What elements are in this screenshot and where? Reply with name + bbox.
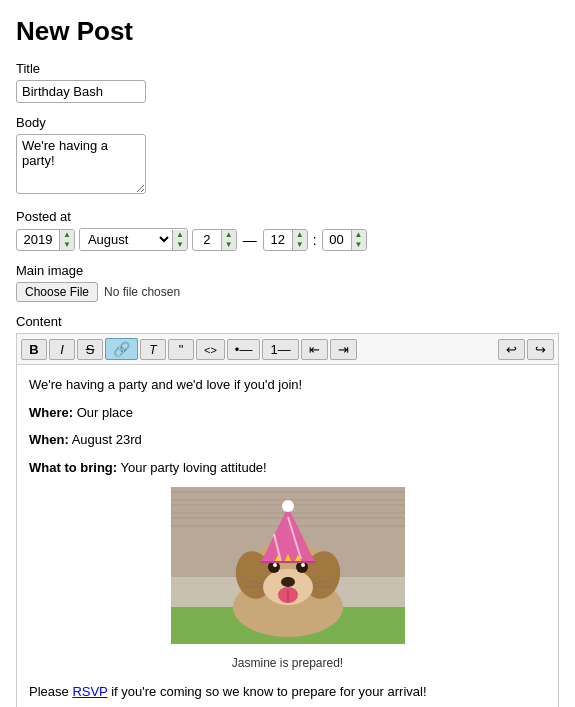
title-field-group: Title (16, 61, 559, 103)
svg-point-15 (301, 563, 305, 567)
minute-up-btn[interactable]: ▲ (352, 230, 366, 240)
editor-line-2: Where: Our place (29, 403, 546, 423)
toolbar: B I S 🔗 T " <> •— 1— ⇤ ⇥ ↩ (16, 333, 559, 364)
please-text: Please (29, 684, 72, 699)
dash-separator: — (243, 232, 257, 248)
arrival-text: if you're coming so we know to prepare f… (111, 684, 426, 699)
minute-down-btn[interactable]: ▼ (352, 240, 366, 250)
hour-down-btn[interactable]: ▼ (293, 240, 307, 250)
month-spinner[interactable]: January February March April May June Ju… (79, 228, 188, 251)
where-bold: Where: (29, 405, 73, 420)
svg-point-16 (281, 577, 295, 587)
editor-area[interactable]: We're having a party and we'd love if yo… (16, 364, 559, 707)
hour-spinner[interactable]: ▲ ▼ (263, 229, 308, 251)
day-up-btn[interactable]: ▲ (222, 230, 236, 240)
ol-icon: 1— (270, 342, 290, 357)
content-group: Content B I S 🔗 T " <> •— 1— ⇤ ⇥ (16, 314, 559, 707)
indent-right-button[interactable]: ⇥ (330, 339, 357, 360)
where-text: Our place (77, 405, 133, 420)
heading-icon: T (149, 343, 156, 357)
code-icon: <> (204, 344, 217, 356)
bold-button[interactable]: B (21, 339, 47, 360)
minute-spinner[interactable]: ▲ ▼ (322, 229, 367, 251)
title-label: Title (16, 61, 559, 76)
hour-spinner-btns: ▲ ▼ (292, 230, 307, 250)
colon-separator: : (313, 232, 317, 248)
year-spinner[interactable]: ▲ ▼ (16, 229, 75, 251)
indent-right-icon: ⇥ (338, 342, 349, 357)
choose-file-button[interactable]: Choose File (16, 282, 98, 302)
indent-left-icon: ⇤ (309, 342, 320, 357)
day-spinner-btns: ▲ ▼ (221, 230, 236, 250)
main-image-label: Main image (16, 263, 559, 278)
editor-line-5: Please RSVP if you're coming so we know … (29, 682, 546, 702)
posted-at-row: ▲ ▼ January February March April May Jun… (16, 228, 559, 251)
editor-line-1: We're having a party and we'd love if yo… (29, 375, 546, 395)
strikethrough-button[interactable]: S (77, 339, 103, 360)
indent-left-button[interactable]: ⇤ (301, 339, 328, 360)
toolbar-right: ↩ ↪ (498, 339, 554, 360)
posted-at-group: Posted at ▲ ▼ January February March Apr… (16, 209, 559, 251)
ol-button[interactable]: 1— (262, 339, 298, 360)
redo-button[interactable]: ↪ (527, 339, 554, 360)
dog-caption: Jasmine is prepared! (29, 654, 546, 672)
what-text: Your party loving attitude! (120, 460, 266, 475)
editor-line-3: When: August 23rd (29, 430, 546, 450)
code-button[interactable]: <> (196, 339, 225, 360)
hour-up-btn[interactable]: ▲ (293, 230, 307, 240)
year-input[interactable] (17, 230, 59, 249)
day-input[interactable] (193, 230, 221, 249)
month-up-btn[interactable]: ▲ (173, 230, 187, 240)
blockquote-icon: " (179, 342, 184, 357)
link-button[interactable]: 🔗 (105, 338, 138, 360)
hour-input[interactable] (264, 230, 292, 249)
posted-at-label: Posted at (16, 209, 559, 224)
ul-button[interactable]: •— (227, 339, 261, 360)
ul-icon: •— (235, 342, 253, 357)
undo-button[interactable]: ↩ (498, 339, 525, 360)
month-down-btn[interactable]: ▼ (173, 240, 187, 250)
title-input[interactable] (16, 80, 146, 103)
when-bold: When: (29, 432, 69, 447)
body-input[interactable]: We're having a party! (16, 134, 146, 194)
year-down-btn[interactable]: ▼ (60, 240, 74, 250)
body-field-group: Body We're having a party! (16, 115, 559, 197)
redo-icon: ↪ (535, 342, 546, 357)
month-select[interactable]: January February March April May June Ju… (80, 229, 172, 250)
day-spinner[interactable]: ▲ ▼ (192, 229, 237, 251)
link-icon: 🔗 (113, 341, 130, 357)
body-label: Body (16, 115, 559, 130)
blockquote-button[interactable]: " (168, 339, 194, 360)
month-spinner-btns: ▲ ▼ (172, 230, 187, 250)
day-down-btn[interactable]: ▼ (222, 240, 236, 250)
year-up-btn[interactable]: ▲ (60, 230, 74, 240)
file-input-row: Choose File No file chosen (16, 282, 559, 302)
what-bold: What to bring: (29, 460, 117, 475)
svg-point-22 (282, 500, 294, 512)
rsvp-link[interactable]: RSVP (72, 684, 107, 699)
no-file-text: No file chosen (104, 285, 180, 299)
italic-button[interactable]: I (49, 339, 75, 360)
heading-button[interactable]: T (140, 339, 166, 360)
editor-line-4: What to bring: Your party loving attitud… (29, 458, 546, 478)
minute-spinner-btns: ▲ ▼ (351, 230, 366, 250)
year-spinner-btns: ▲ ▼ (59, 230, 74, 250)
dog-figure: Jasmine is prepared! (29, 487, 546, 672)
main-image-group: Main image Choose File No file chosen (16, 263, 559, 302)
page-title: New Post (16, 16, 559, 47)
svg-point-14 (273, 563, 277, 567)
dog-image (171, 487, 405, 644)
undo-icon: ↩ (506, 342, 517, 357)
minute-input[interactable] (323, 230, 351, 249)
when-text: August 23rd (72, 432, 142, 447)
content-label: Content (16, 314, 559, 329)
